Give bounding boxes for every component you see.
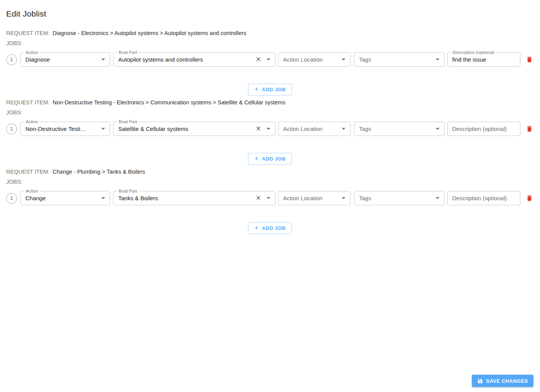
description-field[interactable]: Description (optional) <box>447 52 520 67</box>
job-row: 1 Action Non-Destructive Testing Boat Pa… <box>6 122 534 136</box>
job-index-badge: 1 <box>6 54 17 65</box>
job-row: 1 Action Change Boat Part Tanks & Boiler… <box>6 191 534 205</box>
description-input[interactable] <box>452 56 515 63</box>
save-changes-label: SAVE CHANGES <box>486 378 528 384</box>
delete-job-button[interactable] <box>525 193 534 203</box>
clear-icon[interactable]: ✕ <box>256 56 261 63</box>
description-field-label: Description (optional) <box>451 50 496 55</box>
description-field[interactable] <box>447 191 520 205</box>
tags-select[interactable]: Tags <box>354 122 444 136</box>
chevron-down-icon[interactable] <box>342 59 345 60</box>
jobs-label: JOBS: <box>6 179 534 185</box>
chevron-down-icon[interactable] <box>101 59 105 60</box>
job-row: 1 Action Diagnose Boat Part Autopilot sy… <box>6 52 534 67</box>
action-field-label: Action <box>24 188 40 194</box>
request-item-label: REQUEST ITEM: <box>6 99 50 106</box>
tags-placeholder: Tags <box>359 195 371 201</box>
save-icon <box>477 378 483 384</box>
plus-icon: + <box>254 85 259 93</box>
boat-part-field-label: Boat Part <box>117 50 139 55</box>
boat-part-field-label: Boat Part <box>117 188 139 194</box>
boat-part-select[interactable]: Boat Part Tanks & Boilers ✕ <box>113 191 275 205</box>
trash-icon <box>526 125 533 133</box>
request-item-value: Diagnose - Electronics > Autopilot syste… <box>53 30 247 36</box>
add-job-button[interactable]: + ADD JOB <box>248 153 292 165</box>
boat-part-field-label: Boat Part <box>117 119 139 124</box>
action-location-placeholder: Action Location <box>283 56 323 63</box>
description-input[interactable] <box>452 126 515 132</box>
action-select[interactable]: Action Non-Destructive Testing <box>20 122 110 136</box>
jobs-label: JOBS: <box>6 109 534 116</box>
action-location-placeholder: Action Location <box>283 126 323 132</box>
boat-part-select[interactable]: Boat Part Autopilot systems and controll… <box>113 52 275 67</box>
chevron-down-icon[interactable] <box>436 59 439 60</box>
tags-select[interactable]: Tags <box>354 191 444 205</box>
action-location-select[interactable]: Action Location <box>278 122 350 136</box>
action-select[interactable]: Action Diagnose <box>20 52 110 67</box>
chevron-down-icon[interactable] <box>436 128 439 130</box>
add-job-label: ADD JOB <box>262 87 286 92</box>
boat-part-value: Satellite & Cellular systems <box>118 126 188 132</box>
tags-select[interactable]: Tags <box>354 52 444 67</box>
action-field-label: Action <box>24 119 40 124</box>
chevron-down-icon[interactable] <box>342 197 345 199</box>
boat-part-value: Autopilot systems and controllers <box>118 56 203 63</box>
chevron-down-icon[interactable] <box>101 128 105 130</box>
request-section: REQUEST ITEM:Change - Plumbing > Tanks &… <box>6 169 534 234</box>
request-item-line: REQUEST ITEM:Change - Plumbing > Tanks &… <box>6 169 534 175</box>
boat-part-select[interactable]: Boat Part Satellite & Cellular systems ✕ <box>113 122 275 136</box>
request-item-line: REQUEST ITEM:Non-Destructive Testing - E… <box>6 99 534 106</box>
trash-icon <box>526 194 533 202</box>
request-item-line: REQUEST ITEM:Diagnose - Electronics > Au… <box>6 30 534 36</box>
delete-job-button[interactable] <box>525 55 534 64</box>
plus-icon: + <box>254 224 259 231</box>
chevron-down-icon[interactable] <box>267 197 270 199</box>
add-job-button[interactable]: + ADD JOB <box>248 222 292 234</box>
add-job-button[interactable]: + ADD JOB <box>248 84 292 95</box>
tags-placeholder: Tags <box>359 56 371 63</box>
save-changes-button[interactable]: SAVE CHANGES <box>472 375 533 387</box>
request-section: REQUEST ITEM:Diagnose - Electronics > Au… <box>6 30 534 95</box>
action-location-select[interactable]: Action Location <box>278 52 350 67</box>
jobs-label: JOBS: <box>6 40 534 46</box>
chevron-down-icon[interactable] <box>267 128 270 130</box>
request-item-label: REQUEST ITEM: <box>6 30 50 36</box>
action-location-placeholder: Action Location <box>283 195 323 201</box>
request-item-label: REQUEST ITEM: <box>6 169 50 175</box>
job-index-badge: 1 <box>6 193 17 204</box>
chevron-down-icon[interactable] <box>267 59 270 60</box>
action-value: Non-Destructive Testing <box>25 126 86 132</box>
action-location-select[interactable]: Action Location <box>278 191 350 205</box>
request-item-value: Non-Destructive Testing - Electronics > … <box>53 99 285 106</box>
plus-icon: + <box>254 155 259 162</box>
description-input[interactable] <box>452 195 515 201</box>
add-job-label: ADD JOB <box>262 156 286 162</box>
job-index-badge: 1 <box>6 124 17 134</box>
chevron-down-icon[interactable] <box>436 197 439 199</box>
chevron-down-icon[interactable] <box>342 128 345 130</box>
page-title: Edit Joblist <box>6 9 534 18</box>
action-value: Change <box>25 195 46 201</box>
action-value: Diagnose <box>25 56 50 63</box>
chevron-down-icon[interactable] <box>101 197 105 199</box>
tags-placeholder: Tags <box>359 126 371 132</box>
delete-job-button[interactable] <box>525 124 534 134</box>
boat-part-value: Tanks & Boilers <box>118 195 158 201</box>
clear-icon[interactable]: ✕ <box>256 195 261 201</box>
request-item-value: Change - Plumbing > Tanks & Boilers <box>53 169 145 175</box>
clear-icon[interactable]: ✕ <box>256 126 261 132</box>
action-field-label: Action <box>24 50 40 55</box>
request-section: REQUEST ITEM:Non-Destructive Testing - E… <box>6 99 534 165</box>
action-select[interactable]: Action Change <box>20 191 110 205</box>
add-job-label: ADD JOB <box>262 225 286 231</box>
description-field[interactable] <box>447 122 520 136</box>
trash-icon <box>526 55 533 64</box>
